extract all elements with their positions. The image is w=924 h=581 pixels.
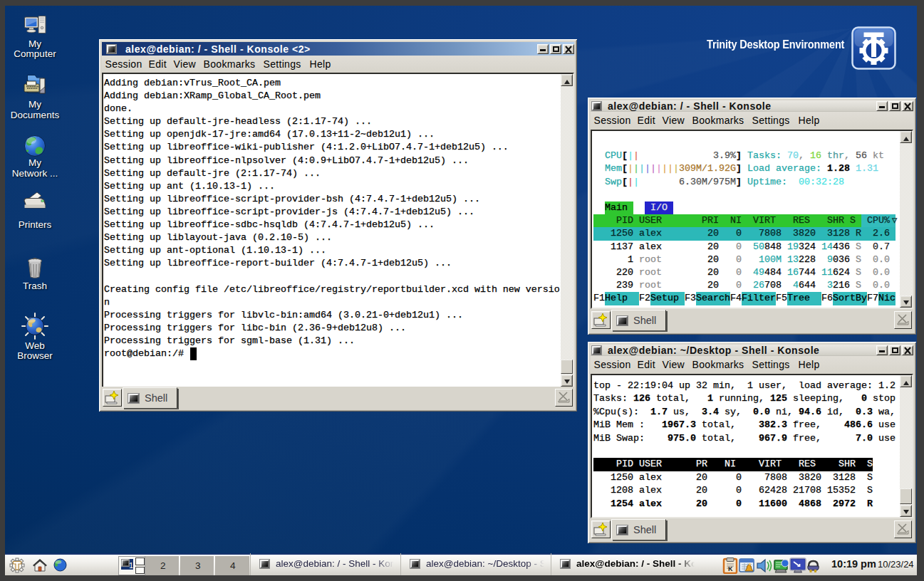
svg-text:K: K: [728, 565, 733, 572]
